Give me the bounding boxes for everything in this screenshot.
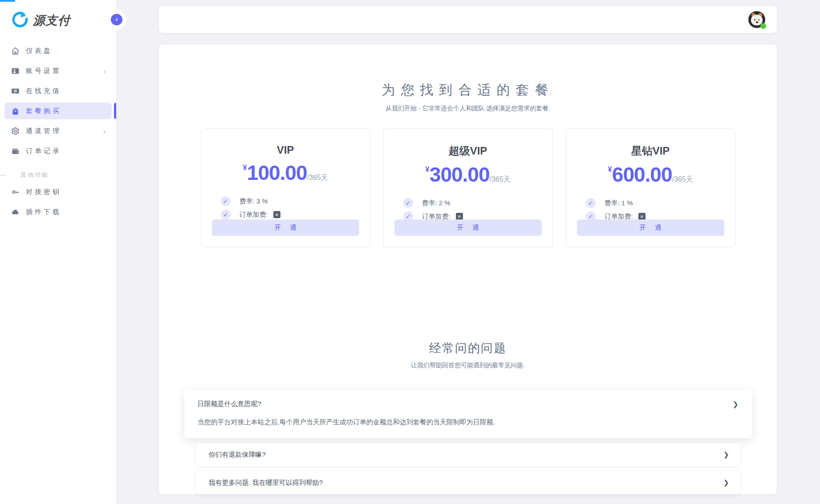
id-card-icon <box>11 66 20 75</box>
sidebar-item-label: 套餐购买 <box>26 107 61 115</box>
wallet-icon <box>11 146 20 155</box>
app-logo[interactable]: 源支付 <box>0 0 116 31</box>
shopping-bag-icon <box>11 106 20 115</box>
check-icon: ✓ <box>221 196 231 206</box>
sidebar-item-plugin-download[interactable]: 插件下载 <box>4 203 112 220</box>
feature-rate-label: 费率: 1 % <box>605 199 633 207</box>
main-content-card: 为您找到合适的套餐 从我们开始 - 它非常适合个人和团队.选择满足您需求的套餐.… <box>159 45 777 494</box>
feature-rate: ✓ 费率: 3 % <box>221 195 359 208</box>
activate-button-vip[interactable]: 开 通 <box>212 219 359 236</box>
disabled-x-icon: ✕ <box>273 211 280 218</box>
chevron-right-icon[interactable]: ❯ <box>723 451 729 459</box>
price-amount: 300.00 <box>430 163 490 186</box>
price-period: /365天 <box>672 175 693 183</box>
sidebar-item-label: 仪表盘 <box>26 47 53 55</box>
faq-question: 你们有退款保障嘛? <box>209 451 266 459</box>
pricing-title: 为您找到合适的套餐 <box>159 81 777 99</box>
faq-list: 日限额是什么意思呢? ❯ 当您的平台对接上本站之后,每个用户当天所产生成功订单的… <box>159 390 777 494</box>
chevron-right-icon: › <box>103 67 106 75</box>
section-dash <box>0 175 6 175</box>
activate-button-super-vip[interactable]: 开 通 <box>394 219 542 236</box>
plan-features: ✓ 费率: 1 % ✓ 订单加费: ✕ <box>577 196 724 223</box>
plan-card-vip: VIP ¥100.00/365天 ✓ 费率: 3 % ✓ 订单加费: ✕ 开 通 <box>201 128 370 248</box>
sidebar-item-label: 在线充值 <box>26 87 61 95</box>
sidebar-menu: 仪表盘 账号设置 › 在线充值 套餐购买 通道管理 <box>0 31 116 220</box>
check-icon: ✓ <box>221 210 231 219</box>
price-period: /365天 <box>490 175 511 183</box>
top-bar <box>159 6 777 33</box>
section-label-text: 其他功能 <box>11 171 49 179</box>
plan-card-star-diamond-vip: 星钻VIP ¥600.00/365天 ✓ 费率: 1 % ✓ 订单加费: ✕ 开… <box>566 128 735 248</box>
loading-progress-bar <box>0 0 15 2</box>
plan-price: ¥300.00/365天 <box>394 163 542 187</box>
plan-card-super-vip: 超级VIP ¥300.00/365天 ✓ 费率: 2 % ✓ 订单加费: ✕ 开… <box>383 128 553 248</box>
cloud-download-icon <box>11 207 20 216</box>
sidebar-section-other: 其他功能 <box>0 171 116 179</box>
disabled-x-icon: ✕ <box>456 213 463 220</box>
user-avatar[interactable] <box>748 11 765 28</box>
plan-cards-row: VIP ¥100.00/365天 ✓ 费率: 3 % ✓ 订单加费: ✕ 开 通… <box>159 128 777 248</box>
chevron-right-icon: › <box>103 127 106 135</box>
plan-price: ¥100.00/365天 <box>212 161 359 185</box>
gear-icon <box>11 126 20 135</box>
faq-question: 我有更多问题. 我在哪里可以得到帮助? <box>209 479 323 487</box>
faq-item-daily-limit[interactable]: 日限额是什么意思呢? ❯ 当您的平台对接上本站之后,每个用户当天所产生成功订单的… <box>184 390 752 438</box>
sidebar: 源支付 仪表盘 账号设置 › 在线充值 套餐购买 <box>0 0 117 504</box>
plan-price: ¥600.00/365天 <box>577 163 724 187</box>
plan-features: ✓ 费率: 2 % ✓ 订单加费: ✕ <box>394 196 542 223</box>
price-amount: 600.00 <box>612 163 672 186</box>
faq-question: 日限额是什么意思呢? <box>198 400 261 408</box>
sidebar-item-label: 账号设置 <box>26 67 61 75</box>
sidebar-collapse-halo: ‹ <box>107 10 126 29</box>
feature-rate: ✓ 费率: 2 % <box>403 196 542 210</box>
home-icon <box>11 46 20 55</box>
sidebar-item-label: 对接密钥 <box>26 188 61 196</box>
check-icon: ✓ <box>403 198 413 208</box>
sidebar-item-online-recharge[interactable]: 在线充值 <box>4 82 112 99</box>
faq-answer: 当您的平台对接上本站之后,每个用户当天所产生成功订单的金额总和达到套餐的当天限制… <box>198 418 739 427</box>
check-icon: ✓ <box>586 198 596 208</box>
chevron-right-icon[interactable]: ❯ <box>723 479 729 487</box>
logo-bird-icon <box>11 10 29 31</box>
sidebar-item-account-settings[interactable]: 账号设置 › <box>4 62 112 79</box>
currency-symbol: ¥ <box>608 165 612 174</box>
online-status-dot <box>760 23 766 29</box>
sidebar-item-api-keys[interactable]: 对接密钥 <box>4 183 112 200</box>
feature-rate-label: 费率: 2 % <box>422 199 451 207</box>
sidebar-collapse-button[interactable]: ‹ <box>111 14 122 25</box>
disabled-x-icon: ✕ <box>638 213 645 220</box>
sidebar-item-dashboard[interactable]: 仪表盘 <box>4 42 112 59</box>
faq-subtitle: 让我们帮助回答您可能遇到的最常见问题. <box>159 362 777 370</box>
feature-rate: ✓ 费率: 1 % <box>586 196 724 210</box>
currency-symbol: ¥ <box>243 163 247 172</box>
sidebar-item-package-purchase[interactable]: 套餐购买 <box>4 102 112 119</box>
sidebar-item-label: 插件下载 <box>26 208 61 216</box>
avatar-dog-eye <box>758 19 759 20</box>
chevron-right-icon[interactable]: ❯ <box>733 400 739 408</box>
avatar-dog-eye <box>754 19 755 20</box>
key-icon <box>11 187 20 196</box>
plan-name: VIP <box>212 144 359 156</box>
price-amount: 100.00 <box>247 161 307 184</box>
sidebar-item-order-records[interactable]: 订单记录 <box>4 142 112 159</box>
sidebar-item-label: 订单记录 <box>26 147 61 155</box>
price-period: /365天 <box>307 174 328 181</box>
faq-item-more-help[interactable]: 我有更多问题. 我在哪里可以得到帮助? ❯ <box>195 471 741 494</box>
sidebar-item-channel-management[interactable]: 通道管理 › <box>4 122 112 139</box>
plan-name: 星钻VIP <box>577 144 724 158</box>
plan-features: ✓ 费率: 3 % ✓ 订单加费: ✕ <box>212 195 359 221</box>
feature-rate-label: 费率: 3 % <box>240 197 268 206</box>
feature-surcharge-label: 订单加费: <box>240 211 268 219</box>
active-indicator <box>114 103 116 119</box>
faq-title: 经常问的问题 <box>159 340 777 356</box>
pricing-subtitle: 从我们开始 - 它非常适合个人和团队.选择满足您需求的套餐. <box>159 105 777 113</box>
plan-name: 超级VIP <box>394 144 542 158</box>
logo-text: 源支付 <box>33 12 70 28</box>
faq-item-refund[interactable]: 你们有退款保障嘛? ❯ <box>195 443 741 466</box>
banknote-icon <box>11 86 20 95</box>
activate-button-star-diamond-vip[interactable]: 开 通 <box>577 219 724 236</box>
currency-symbol: ¥ <box>425 165 429 174</box>
avatar-dog-nose <box>756 21 758 23</box>
sidebar-item-label: 通道管理 <box>26 127 61 135</box>
